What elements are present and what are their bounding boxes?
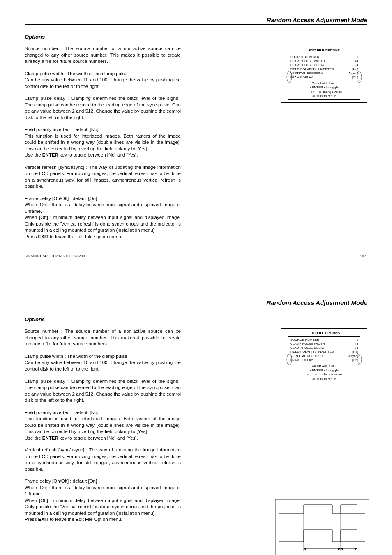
osd-label: VERTICAL REFRESH [290, 71, 323, 76]
para-source-number: Source number : The source number of a n… [25, 46, 181, 65]
right-column: EDIT FILE OPTIONS SOURCE NUMBER1 CLAMP P… [197, 328, 367, 542]
osd-label: CLAMP PULSE WIDTH [290, 342, 325, 346]
fp-line3-pre: Use the [25, 435, 42, 440]
para-field-polarity: Field polarity inverted : Default [No] T… [25, 127, 181, 159]
options-heading: Options [25, 34, 367, 40]
osd-label: FIELD POLARITY INVERTED [290, 350, 334, 354]
svg-point-1 [357, 71, 362, 82]
osd-label: CLAMP PULSE DELAY [290, 63, 325, 67]
osd-row: FIELD POLARITY INVERTED[No] [290, 350, 358, 354]
osd-value: 44 [355, 59, 358, 63]
osd-title: EDIT FILE OPTIONS [281, 331, 367, 335]
osd-box: EDIT FILE OPTIONS SOURCE NUMBER1 CLAMP P… [281, 328, 367, 385]
osd-value: 44 [355, 342, 358, 346]
fp-line1: Field polarity inverted : Default [No] [25, 127, 99, 132]
content-row: Source number : The source number of a n… [25, 46, 367, 246]
para-vertical-refresh: Vertical refresh [sync/async] : The way … [25, 447, 181, 472]
ear-left-icon [284, 71, 292, 83]
footer-left: 5975696 BARCODATA 2100 140798 [25, 254, 85, 258]
fp-line3-post: key to toggle berween [No] and [Yes]. [58, 435, 138, 440]
fd-line3: When [Off] : minimum delay between input… [25, 498, 181, 516]
osd-value: 24 [355, 63, 358, 67]
osd-label: FRAME DELAY [290, 358, 313, 362]
footer: 5975696 BARCODATA 2100 140798 10-9 [25, 254, 367, 258]
header-title: Random Access Adjustment Mode [25, 299, 367, 307]
enter-key: ENTER [42, 435, 58, 440]
svg-marker-23 [338, 548, 341, 550]
diagram-blank [275, 126, 369, 208]
osd-row: FRAME DELAY[On] [290, 358, 358, 362]
page-1: Random Access Adjustment Mode Options So… [0, 0, 392, 266]
osd-row: SOURCE NUMBER1 [290, 55, 358, 59]
page-2: Random Access Adjustment Mode Options So… [0, 283, 392, 555]
fd-line2: When [On] : there is a delay between inp… [25, 485, 181, 497]
fp-line3-post: key to toggle berween [No] and [Yes]. [58, 152, 138, 157]
osd-value: 24 [355, 346, 358, 350]
header-title: Random Access Adjustment Mode [25, 16, 367, 25]
osd-help-l4: <EXIT> to return [290, 94, 358, 98]
ear-left-icon [284, 353, 292, 366]
osd-box: EDIT FILE OPTIONS SOURCE NUMBER1 CLAMP P… [281, 46, 367, 103]
osd-help-l2: <ENTER> to toggle [290, 85, 358, 90]
osd-help-l2: <ENTER> to toggle [290, 368, 358, 373]
osd-row: FRAME DELAY[On] [290, 76, 358, 80]
osd-label: CLAMP PULSE DELAY [290, 346, 325, 350]
osd-label: CLAMP PULSE WIDTH [290, 59, 325, 63]
para-clamp-width: Clamp pulse width : The width of the cla… [25, 71, 181, 90]
osd-label: FRAME DELAY [290, 76, 313, 80]
para-clamp-width: Clamp pulse width : The width of the cla… [25, 353, 181, 373]
ear-right-icon [357, 353, 364, 366]
fp-line2: This function is used for interlaced ima… [25, 134, 181, 151]
para-clamp-delay: Clamp pulse delay : Clamping determines … [25, 95, 181, 121]
exit-key: EXIT [38, 517, 49, 522]
fd-line4-pre: Press [25, 517, 38, 522]
footer-right: 10-9 [360, 254, 367, 258]
para-vertical-refresh: Vertical refresh [sync/async] : The way … [25, 164, 181, 190]
osd-value: 1 [357, 338, 358, 342]
osd-help-l3: → or ← to change value [290, 90, 358, 94]
para-frame-delay: Frame delay [On/Off] : default [On] When… [25, 196, 181, 240]
osd-inner: SOURCE NUMBER1 CLAMP PULSE WIDTH44 CLAMP… [288, 336, 360, 382]
options-heading: Options [25, 316, 367, 322]
left-column: Source number : The source number of a n… [25, 46, 181, 246]
para-source-number: Source number : The source number of a n… [25, 328, 181, 348]
osd-help-l4: <EXIT> to return [290, 377, 358, 381]
fd-line1: Frame delay [On/Off] : default [On] [25, 479, 97, 484]
svg-rect-4 [275, 499, 369, 555]
osd-row: CLAMP PULSE WIDTH44 [290, 59, 358, 63]
ear-right-icon [357, 71, 364, 83]
content-row: Source number : The source number of a n… [25, 328, 367, 542]
fp-line1: Field polarity inverted : Default [No] [25, 410, 99, 415]
osd-inner: SOURCE NUMBER1 CLAMP PULSE WIDTH44 CLAMP… [288, 54, 360, 100]
fd-line1: Frame delay [On/Off] : default [On] [25, 196, 97, 201]
osd-label: SOURCE NUMBER [290, 338, 319, 342]
osd-help-l1: Select with ↑ or ↓ [290, 364, 358, 368]
osd-help-l3: → or ← to change value [290, 373, 358, 377]
osd-row: CLAMP PULSE DELAY24 [290, 63, 358, 67]
footer-line [88, 256, 357, 256]
osd-title: EDIT FILE OPTIONS [281, 48, 367, 52]
para-clamp-delay: Clamp pulse delay : Clamping determines … [25, 378, 181, 404]
osd-row: FIELD POLARITY INVERTED[No] [290, 67, 358, 71]
enter-key: ENTER [42, 152, 58, 157]
osd-label: SOURCE NUMBER [290, 55, 319, 59]
fp-line3-pre: Use the [25, 152, 42, 157]
osd-help-l1: Select with ↑ or ↓ [290, 81, 358, 85]
clamp-diagram-icon [275, 499, 369, 555]
osd-help: Select with ↑ or ↓ <ENTER> to toggle → o… [290, 81, 358, 99]
osd-row: CLAMP PULSE WIDTH44 [290, 342, 358, 346]
svg-point-2 [287, 354, 292, 365]
svg-marker-22 [304, 548, 306, 550]
fd-line4-pre: Press [25, 234, 38, 239]
fp-line2: This function is used for interlaced ima… [25, 416, 181, 434]
para-field-polarity: Field polarity inverted : Default [No] T… [25, 410, 181, 442]
osd-row: CLAMP PULSE DELAY24 [290, 346, 358, 350]
osd-label: FIELD POLARITY INVERTED [290, 67, 334, 71]
osd-row: SOURCE NUMBER1 [290, 338, 358, 342]
osd-label: VERTICAL REFRESH [290, 354, 323, 358]
svg-point-0 [287, 71, 292, 82]
fd-line4-post: to leave the Edit File Option menu. [48, 234, 122, 239]
exit-key: EXIT [38, 234, 49, 239]
fd-line3: When [Off] : minimum delay between input… [25, 215, 181, 233]
svg-point-3 [357, 354, 362, 365]
